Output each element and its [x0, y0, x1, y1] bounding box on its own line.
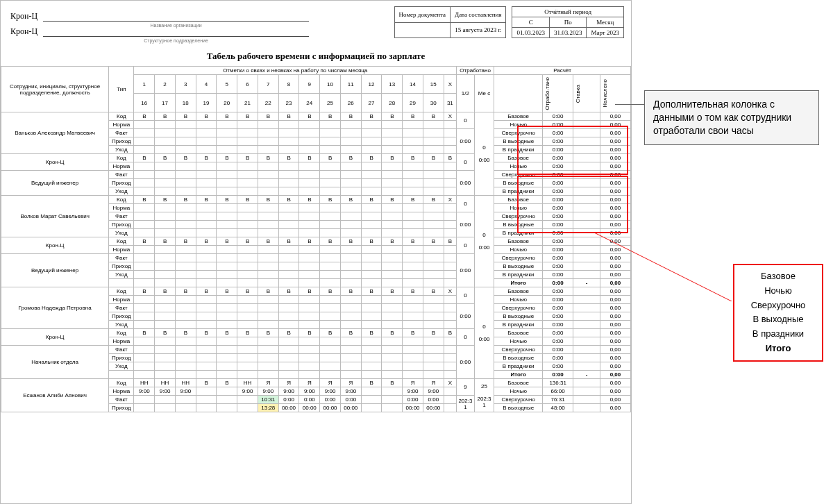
calc-label: В праздники [494, 229, 543, 237]
day-cell [382, 404, 403, 412]
day-cell [217, 204, 237, 212]
emp-role: Начальник отдела [1, 346, 109, 379]
day-cell [278, 337, 299, 346]
calc-rate [573, 246, 600, 254]
row-type: Норма [109, 387, 134, 396]
day-col: 5 [217, 75, 237, 94]
day-cell [361, 312, 382, 321]
calc-label: Ночью [494, 204, 543, 212]
day-cell: В [340, 287, 361, 296]
day-cell: В [382, 154, 403, 162]
day-cell: В [299, 287, 320, 296]
calc-sum: 0,00 [600, 179, 630, 187]
calc-rate [573, 379, 600, 387]
day-cell [423, 179, 444, 187]
day-cell: В [196, 329, 217, 337]
day-cell [196, 162, 217, 171]
calc-rate [573, 362, 600, 371]
day-cell [237, 312, 258, 321]
day-cell: В [423, 237, 444, 246]
annot2-5: Итого [734, 342, 822, 356]
day-cell: В [320, 287, 341, 296]
day-cell [340, 337, 361, 346]
day-cell [444, 254, 456, 262]
day-cell: В [278, 329, 299, 337]
day-cell [175, 221, 196, 229]
day-col: 31 [444, 94, 456, 112]
row-type: Уход [109, 187, 134, 196]
calc-sum: 0,00 [600, 296, 630, 304]
day-cell [299, 262, 320, 271]
day-cell [278, 246, 299, 254]
day-cell [444, 404, 456, 412]
calc-hrs: 0:00 [543, 354, 573, 362]
calc-label: В праздники [494, 187, 543, 196]
day-cell [382, 146, 403, 154]
day-cell: Я [258, 379, 278, 387]
calc-label: В выходные [494, 221, 543, 229]
col-calc-hrs: Отрабо-тано [543, 75, 573, 112]
day-cell [155, 304, 176, 312]
calc-hrs: 0:00 [543, 179, 573, 187]
col-calc-rate: Ставка [573, 75, 600, 112]
row-type: Приход [109, 354, 134, 362]
day-cell: В [175, 196, 196, 204]
calc-rate [573, 179, 600, 187]
day-cell [175, 396, 196, 404]
day-cell: В [340, 112, 361, 121]
day-cell [175, 362, 196, 371]
day-cell [175, 146, 196, 154]
day-cell [423, 354, 444, 362]
day-cell [320, 179, 341, 187]
row-type: Уход [109, 146, 134, 154]
day-cell [217, 321, 237, 329]
day-cell: В [382, 112, 403, 121]
calc-sum: 0,00 [600, 196, 630, 204]
day-cell: НН [134, 379, 155, 387]
day-cell: В [196, 379, 217, 387]
half-total: 0:00 [456, 129, 474, 154]
date-col: Дата составления [451, 7, 506, 23]
day-cell [444, 279, 456, 287]
row-type: Факт [109, 396, 134, 404]
day-cell [155, 204, 176, 212]
day-col: 19 [196, 94, 217, 112]
day-cell [340, 221, 361, 229]
calc-sum: 0,00 [600, 137, 630, 146]
row-type: Код [109, 196, 134, 204]
day-cell [175, 254, 196, 262]
day-cell [175, 246, 196, 254]
day-cell: В [155, 196, 176, 204]
row-type [109, 279, 134, 287]
period-month-val: Март 2023 [587, 28, 624, 38]
calc-rate [573, 312, 600, 321]
day-cell [155, 279, 176, 287]
day-col: 14 [403, 75, 423, 94]
day-col: 22 [258, 94, 278, 112]
day-cell [134, 337, 155, 346]
day-cell [382, 312, 403, 321]
day-cell [340, 162, 361, 171]
calc-hrs: 0:00 [543, 171, 573, 179]
day-cell [278, 254, 299, 262]
day-cell [237, 396, 258, 404]
day-cell [237, 229, 258, 237]
day-cell: Я [340, 379, 361, 387]
day-cell [444, 387, 456, 396]
day-cell [423, 312, 444, 321]
day-cell: В [423, 329, 444, 337]
day-cell [196, 296, 217, 304]
day-cell: В [299, 329, 320, 337]
calc-hrs: 0:00 [543, 146, 573, 154]
calc-label: Базовое [494, 329, 543, 337]
day-cell [320, 304, 341, 312]
day-cell: В [155, 237, 176, 246]
day-cell [340, 171, 361, 179]
day-cell [278, 296, 299, 304]
day-cell: В [444, 154, 456, 162]
calc-hrs: 0:00 [543, 221, 573, 229]
day-cell: 0:00 [278, 396, 299, 404]
day-cell [299, 254, 320, 262]
day-cell: В [217, 379, 237, 387]
day-cell: 10:31 [258, 396, 278, 404]
